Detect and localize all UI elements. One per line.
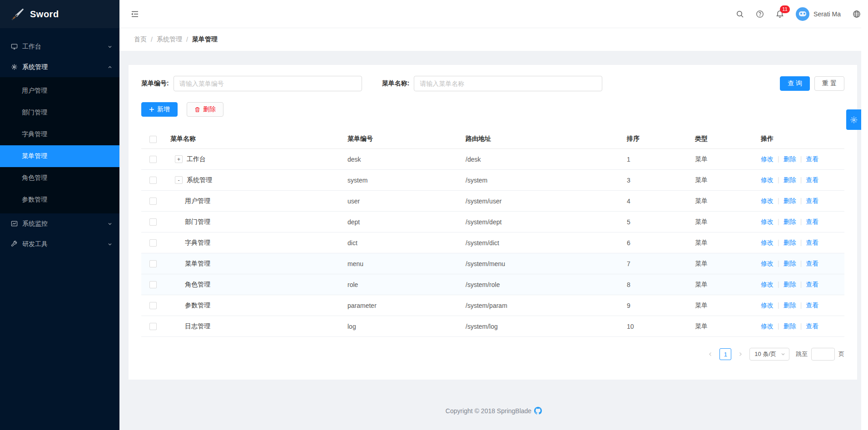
sidebar-subitem-item[interactable]: 参数管理: [0, 189, 119, 211]
row-checkbox[interactable]: [149, 198, 157, 205]
view-link[interactable]: 查看: [806, 260, 818, 267]
menu-code-cell: menu: [346, 253, 464, 274]
select-all-checkbox[interactable]: [149, 136, 157, 143]
delete-button[interactable]: 删除: [187, 102, 223, 117]
chevron-down-icon: [108, 242, 112, 247]
expand-icon[interactable]: +: [175, 155, 183, 163]
sidebar-item-workbench[interactable]: 工作台: [0, 36, 119, 57]
page-number[interactable]: 1: [719, 348, 731, 360]
breadcrumb: 首页/系统管理/菜单管理: [119, 28, 868, 51]
view-link[interactable]: 查看: [806, 239, 818, 246]
breadcrumb-item[interactable]: 首页: [134, 35, 147, 44]
globe-icon[interactable]: [853, 10, 861, 18]
menu-name-input[interactable]: [414, 76, 602, 91]
collapse-icon[interactable]: -: [175, 176, 183, 184]
page-size-select[interactable]: 10 条/页: [749, 348, 789, 361]
logo[interactable]: Sword: [0, 0, 119, 28]
action-separator: |: [778, 218, 779, 225]
column-header: 类型: [693, 130, 759, 149]
reset-button[interactable]: 重 置: [814, 76, 844, 91]
delete-link[interactable]: 删除: [784, 197, 796, 204]
user-menu[interactable]: Serati Ma: [796, 7, 841, 21]
sidebar-item-system[interactable]: 系统管理: [0, 57, 119, 77]
sidebar-subitem-label: 菜单管理: [22, 152, 47, 160]
breadcrumb-item[interactable]: 系统管理: [157, 35, 182, 44]
route-path-cell: /system/param: [464, 295, 625, 316]
sidebar-item-devtools[interactable]: 研发工具: [0, 234, 119, 254]
edit-link[interactable]: 修改: [761, 155, 774, 163]
search-icon[interactable]: [736, 10, 744, 18]
delete-link[interactable]: 删除: [784, 322, 796, 330]
sidebar-subitem-active[interactable]: 菜单管理: [0, 145, 119, 167]
route-path-cell: /system: [464, 170, 625, 191]
sort-cell: 5: [625, 212, 693, 232]
sidebar-item-monitor[interactable]: 系统监控: [0, 213, 119, 234]
column-header: 路由地址: [464, 130, 625, 149]
action-separator: |: [778, 301, 779, 309]
sort-cell: 8: [625, 274, 693, 295]
sidebar-subitem-item[interactable]: 角色管理: [0, 167, 119, 189]
delete-link[interactable]: 删除: [784, 155, 796, 163]
breadcrumb-separator: /: [186, 36, 188, 43]
delete-link[interactable]: 删除: [784, 218, 796, 225]
menu-name-cell: 参数管理: [185, 301, 210, 309]
delete-link[interactable]: 删除: [784, 176, 796, 183]
view-link[interactable]: 查看: [806, 155, 818, 163]
menu-fold-icon[interactable]: [129, 8, 141, 20]
sidebar-subitem-item[interactable]: 字典管理: [0, 124, 119, 145]
action-separator: |: [800, 239, 802, 246]
row-checkbox[interactable]: [149, 218, 157, 226]
menu-name-cell: 字典管理: [185, 239, 210, 246]
github-icon[interactable]: [534, 407, 542, 415]
edit-link[interactable]: 修改: [761, 239, 774, 246]
edit-link[interactable]: 修改: [761, 197, 774, 204]
sidebar-subitem-item[interactable]: 部门管理: [0, 102, 119, 124]
edit-link[interactable]: 修改: [761, 281, 774, 288]
row-checkbox[interactable]: [149, 239, 157, 247]
sidebar-item-label: 工作台: [22, 43, 108, 51]
edit-link[interactable]: 修改: [761, 176, 774, 183]
next-page-button[interactable]: [735, 349, 746, 360]
delete-link[interactable]: 删除: [784, 239, 796, 246]
route-path-cell: /system/user: [464, 191, 625, 212]
search-button[interactable]: 查 询: [780, 76, 810, 91]
help-icon[interactable]: [756, 10, 764, 18]
delete-link[interactable]: 删除: [784, 281, 796, 288]
row-actions: 修改|删除|查看: [759, 170, 844, 191]
view-link[interactable]: 查看: [806, 197, 818, 204]
edit-link[interactable]: 修改: [761, 301, 774, 309]
view-link[interactable]: 查看: [806, 281, 818, 288]
row-actions: 修改|删除|查看: [759, 232, 844, 253]
row-checkbox[interactable]: [149, 260, 157, 267]
sidebar-subitem-item[interactable]: 用户管理: [0, 80, 119, 102]
view-link[interactable]: 查看: [806, 176, 818, 183]
row-checkbox[interactable]: [149, 323, 157, 330]
row-checkbox[interactable]: [149, 177, 157, 184]
scrollbar-track[interactable]: [861, 0, 868, 430]
type-cell: 菜单: [693, 212, 759, 232]
theme-settings-button[interactable]: [846, 109, 861, 130]
menu-code-input[interactable]: [174, 76, 362, 91]
sidebar-subitem-label: 用户管理: [22, 87, 47, 95]
row-checkbox[interactable]: [149, 281, 157, 288]
column-header: 操作: [759, 130, 844, 149]
view-link[interactable]: 查看: [806, 301, 818, 309]
jump-page-input[interactable]: [811, 348, 835, 361]
row-checkbox[interactable]: [149, 302, 157, 309]
view-link[interactable]: 查看: [806, 322, 818, 330]
view-link[interactable]: 查看: [806, 218, 818, 225]
delete-link[interactable]: 删除: [784, 301, 796, 309]
edit-link[interactable]: 修改: [761, 260, 774, 267]
edit-link[interactable]: 修改: [761, 218, 774, 225]
row-checkbox[interactable]: [149, 156, 157, 163]
notifications-button[interactable]: 11: [776, 10, 784, 18]
route-path-cell: /system/dict: [464, 232, 625, 253]
menu-code-label: 菜单编号:: [141, 79, 169, 88]
edit-link[interactable]: 修改: [761, 322, 774, 330]
sidebar-subitem-label: 字典管理: [22, 130, 47, 138]
sidebar-subitem-label: 角色管理: [22, 174, 47, 182]
delete-link[interactable]: 删除: [784, 260, 796, 267]
prev-page-button[interactable]: [705, 349, 716, 360]
add-button[interactable]: 新增: [141, 102, 178, 117]
main-content: 菜单编号: 菜单名称: 查 询 重 置 新增 删除: [119, 51, 868, 430]
